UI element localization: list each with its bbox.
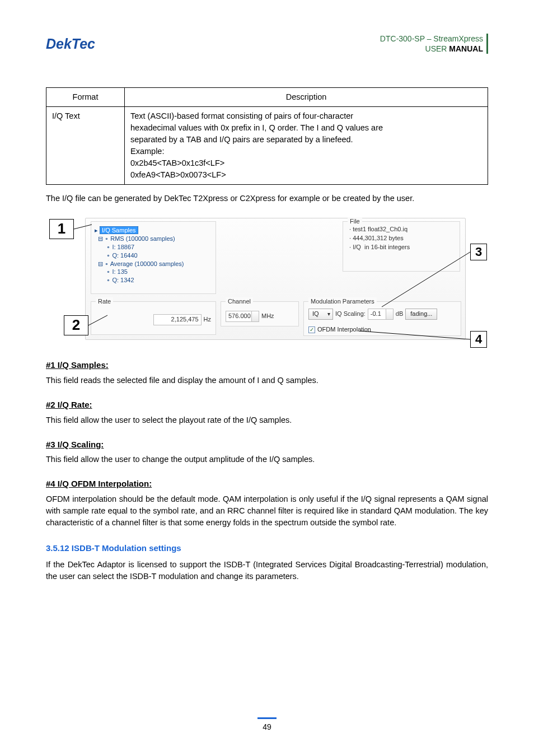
- iq-combo[interactable]: IQ: [308, 309, 333, 320]
- th-format: Format: [46, 88, 125, 107]
- heading-iq-rate: #2 I/Q Rate:: [46, 399, 488, 411]
- header-meta: DTC-300-SP – StreamXpress USER MANUAL: [380, 34, 488, 54]
- group-title-channel: Channel: [226, 297, 253, 306]
- paragraph: The I/Q file can be generated by DekTec …: [46, 193, 488, 204]
- tree-root: I/Q Samples: [100, 226, 138, 234]
- footer-bar-icon: [257, 717, 277, 719]
- callout-3: 3: [470, 244, 487, 260]
- callout-1: 1: [49, 219, 74, 239]
- callout-2: 2: [64, 315, 88, 335]
- iq-settings-screenshot: ▸ I/Q Samples ⊟ ∘ RMS (100000 samples) ∘…: [46, 214, 488, 343]
- heading-iq-samples: #1 I/Q Samples:: [46, 359, 488, 371]
- paragraph: This field allow the user to select the …: [46, 414, 488, 426]
- svg-text:DekTec: DekTec: [46, 36, 95, 52]
- cell-format: I/Q Text: [46, 107, 125, 185]
- rate-unit: Hz: [204, 315, 211, 324]
- doc-type: USER MANUAL: [380, 44, 483, 54]
- ofdm-interpolation-checkbox[interactable]: ✓ OFDM Interpolation: [308, 325, 371, 334]
- page-footer: 49: [0, 717, 534, 732]
- format-table: Format Description I/Q Text Text (ASCII)…: [46, 87, 488, 185]
- group-title-rate: Rate: [96, 297, 113, 306]
- table-row: Format Description: [46, 88, 488, 107]
- file-tree: · test1 float32_Ch0.iq · 444,301,312 byt…: [343, 222, 460, 255]
- paragraph: OFDM interpolation should be the default…: [46, 493, 488, 529]
- section-heading-isdbt: 3.5.12 ISDB-T Modulation settings: [46, 542, 488, 554]
- heading-iq-ofdm: #4 I/Q OFDM Interpolation:: [46, 478, 488, 490]
- table-row: I/Q Text Text (ASCII)-based format consi…: [46, 107, 488, 185]
- callout-4: 4: [470, 331, 487, 348]
- dektec-logo-icon: DekTec: [46, 34, 130, 56]
- iq-scaling-unit: dB: [396, 310, 403, 319]
- logo: DekTec: [46, 34, 130, 59]
- product-name: DTC-300-SP – StreamXpress: [380, 34, 483, 44]
- iq-scaling-label: IQ Scaling:: [335, 310, 366, 319]
- group-mod-params: Modulation Parameters IQ IQ Scaling: -0.…: [303, 301, 461, 336]
- iq-scaling-spinner[interactable]: -0.1: [368, 309, 394, 320]
- group-file: File · test1 float32_Ch0.iq · 444,301,31…: [343, 221, 460, 272]
- heading-iq-scaling: #3 I/Q Scaling:: [46, 438, 488, 451]
- group-title-file: File: [348, 217, 362, 226]
- tree-bullet-icon: ▸: [95, 227, 100, 234]
- fading-button[interactable]: fading...: [405, 309, 437, 320]
- group-iq-samples: ▸ I/Q Samples ⊟ ∘ RMS (100000 samples) ∘…: [91, 221, 216, 294]
- group-title-modparams: Modulation Parameters: [308, 297, 377, 306]
- group-rate: Rate 2,125,475 Hz: [91, 301, 216, 335]
- samples-tree: ▸ I/Q Samples ⊟ ∘ RMS (100000 samples) ∘…: [91, 222, 216, 288]
- check-icon: ✓: [308, 326, 315, 333]
- paragraph: This field allow the user to change the …: [46, 454, 488, 465]
- paragraph: If the DekTec Adaptor is licensed to sup…: [46, 559, 488, 582]
- paragraph: This field reads the selected file and d…: [46, 375, 488, 386]
- channel-unit: MHz: [261, 312, 274, 321]
- th-description: Description: [125, 88, 488, 107]
- group-channel: Channel 576.000 MHz: [221, 301, 299, 326]
- cell-description: Text (ASCII)-based format consisting of …: [125, 107, 488, 185]
- page-number: 49: [0, 721, 534, 732]
- channel-spinner[interactable]: 576.000: [226, 311, 259, 322]
- rate-input[interactable]: 2,125,475: [153, 314, 202, 325]
- page-header: DekTec DTC-300-SP – StreamXpress USER MA…: [46, 34, 488, 59]
